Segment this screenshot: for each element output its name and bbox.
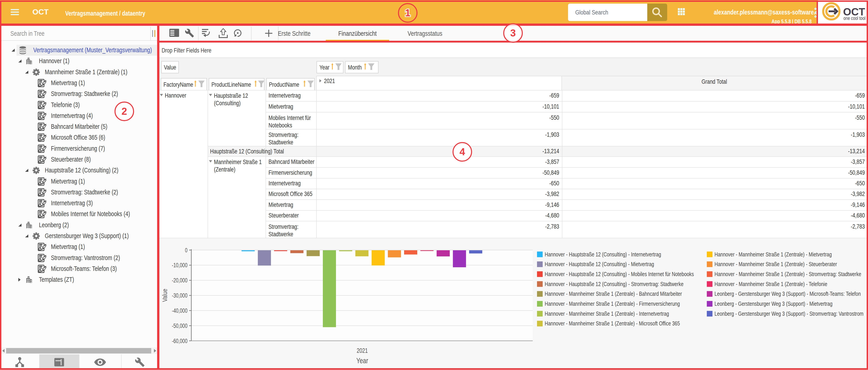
svg-text:-30,000: -30,000 [172, 292, 187, 299]
svg-text:Hannover - Hauptstraße 12 (Con: Hannover - Hauptstraße 12 (Consulting) -… [545, 280, 683, 288]
svg-text:1: 1 [405, 7, 410, 18]
svg-text:Hannover - Mannheimer Straße 1: Hannover - Mannheimer Straße 1 (Zentrale… [714, 271, 861, 277]
svg-text:2: 2 [122, 106, 127, 117]
svg-text:Value: Value [161, 289, 168, 302]
svg-text:3: 3 [510, 27, 516, 38]
svg-text:Hannover - Mannheimer Straße 1: Hannover - Mannheimer Straße 1 (Zentrale… [714, 251, 832, 258]
svg-text:-40,000: -40,000 [172, 307, 187, 314]
svg-text:2021: 2021 [357, 347, 368, 354]
svg-text:-60,000: -60,000 [172, 337, 187, 344]
svg-text:Hannover - Mannheimer Straße 1: Hannover - Mannheimer Straße 1 (Zentrale… [545, 300, 680, 307]
svg-text:Leonberg - Gerstensburger Weg: Leonberg - Gerstensburger Weg 3 (Support… [714, 290, 861, 297]
svg-text:Leonberg - Gerstensburger Weg: Leonberg - Gerstensburger Weg 3 (Support… [714, 310, 864, 317]
svg-text:-20,000: -20,000 [172, 277, 187, 284]
svg-text:Hannover - Mannheimer Straße 1: Hannover - Mannheimer Straße 1 (Zentrale… [714, 280, 827, 288]
svg-text:Hannover - Hauptstraße 12 (Con: Hannover - Hauptstraße 12 (Consulting) -… [545, 261, 654, 268]
svg-text:Hannover - Mannheimer Straße 1: Hannover - Mannheimer Straße 1 (Zentrale… [545, 320, 680, 327]
svg-text:-10,000: -10,000 [172, 262, 187, 269]
svg-text:Year: Year [356, 357, 368, 365]
svg-text:Hannover - Mannheimer Straße 1: Hannover - Mannheimer Straße 1 (Zentrale… [545, 290, 682, 297]
svg-text:Leonberg - Gerstensburger Weg: Leonberg - Gerstensburger Weg 3 (Support… [714, 300, 833, 307]
svg-text:0: 0 [185, 247, 187, 254]
svg-text:Hannover - Hauptstraße 12 (Con: Hannover - Hauptstraße 12 (Consulting) -… [545, 251, 661, 258]
svg-text:4: 4 [460, 146, 465, 157]
svg-text:Hannover - Hauptstraße 12 (Con: Hannover - Hauptstraße 12 (Consulting) -… [545, 271, 694, 277]
svg-text:Hannover - Mannheimer Straße 1: Hannover - Mannheimer Straße 1 (Zentrale… [714, 261, 837, 268]
svg-text:-50,000: -50,000 [172, 322, 187, 329]
svg-text:Hannover - Mannheimer Straße 1: Hannover - Mannheimer Straße 1 (Zentrale… [545, 310, 669, 317]
